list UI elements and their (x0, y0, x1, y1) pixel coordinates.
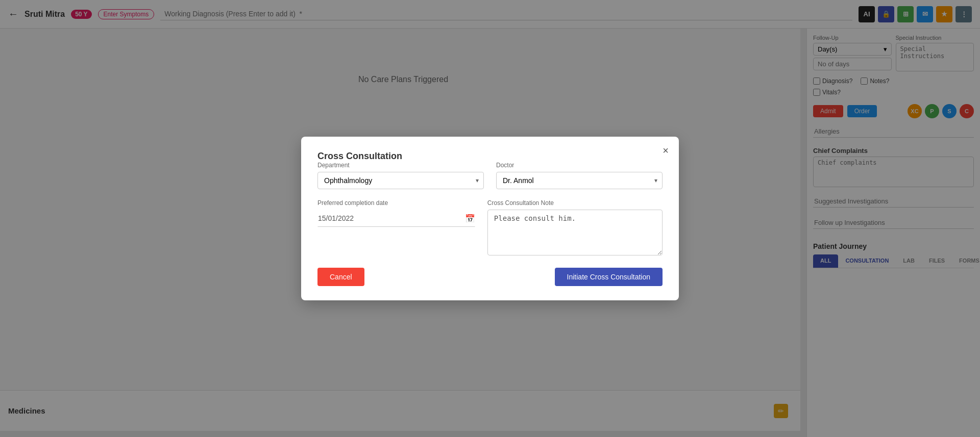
modal-title: Cross Consultation (317, 151, 402, 161)
note-label: Cross Consultation Note (487, 199, 663, 207)
date-input-wrapper: 📅 (317, 210, 475, 227)
department-col: Department Ophthalmology Cardiology Neur… (317, 162, 484, 189)
cancel-button[interactable]: Cancel (317, 268, 364, 286)
doctor-select[interactable]: Dr. Anmol Dr. Sharma Dr. Patel (496, 172, 663, 189)
modal-dept-doctor-row: Department Ophthalmology Cardiology Neur… (317, 162, 663, 189)
doctor-select-wrapper: Dr. Anmol Dr. Sharma Dr. Patel ▾ (496, 172, 663, 189)
department-select-wrapper: Ophthalmology Cardiology Neurology Ortho… (317, 172, 484, 189)
preferred-date-input[interactable] (317, 210, 475, 227)
modal-close-button[interactable]: × (663, 145, 669, 157)
department-select[interactable]: Ophthalmology Cardiology Neurology Ortho… (317, 172, 484, 189)
modal-footer: Cancel Initiate Cross Consultation (317, 268, 663, 286)
doctor-col: Doctor Dr. Anmol Dr. Sharma Dr. Patel ▾ (496, 162, 663, 189)
preferred-date-col: Preferred completion date 📅 (317, 199, 475, 258)
doctor-label: Doctor (496, 162, 663, 169)
calendar-icon[interactable]: 📅 (465, 214, 475, 223)
cross-consultation-modal: Cross Consultation × Department Ophthalm… (301, 137, 679, 300)
preferred-date-label: Preferred completion date (317, 199, 475, 207)
modal-date-note-row: Preferred completion date 📅 Cross Consul… (317, 199, 663, 258)
note-col: Cross Consultation Note Please consult h… (487, 199, 663, 258)
department-label: Department (317, 162, 484, 169)
note-input[interactable]: Please consult him. (487, 210, 663, 255)
initiate-consultation-button[interactable]: Initiate Cross Consultation (555, 268, 663, 286)
modal-overlay: Cross Consultation × Department Ophthalm… (0, 0, 980, 437)
